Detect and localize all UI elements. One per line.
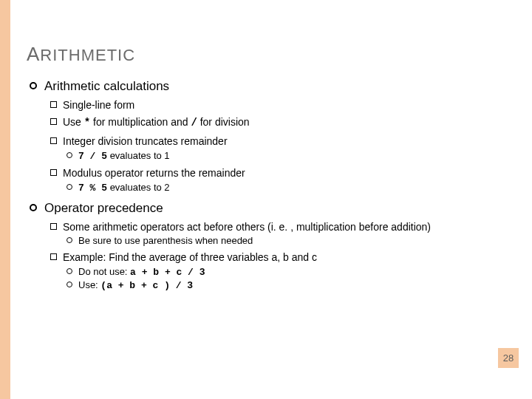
- content-list: Arithmetic calculations Single-line form…: [30, 79, 505, 291]
- list-item: 7 % 5 evaluates to 2: [78, 182, 170, 194]
- bullet-circle-small-icon: [66, 152, 72, 158]
- list-item: Some arithmetic operators act before oth…: [63, 220, 431, 234]
- bullet-circle-small-icon: [66, 237, 72, 243]
- bullet-circle-small-icon: [66, 282, 72, 287]
- list-item: Single-line form: [63, 98, 134, 112]
- list-item: Be sure to use parenthesis when needed: [78, 235, 253, 246]
- bullet-square-icon: [50, 101, 57, 108]
- bullet-square-icon: [50, 253, 57, 260]
- list-item: Modulus operator returns the remainder: [63, 166, 245, 180]
- bullet-square-icon: [50, 223, 57, 230]
- list-item: Integer division truncates remainder: [63, 134, 228, 149]
- section-heading: Operator precedence: [44, 201, 163, 216]
- list-item: Use: (a + b + c ) / 3: [78, 279, 193, 291]
- bullet-circle-icon: [30, 82, 37, 89]
- list-item: Use * for multiplication and / for divis…: [63, 115, 250, 130]
- title-rest: RITHMETIC: [40, 46, 135, 64]
- slide-content: ARITHMETIC Arithmetic calculations Singl…: [27, 43, 505, 299]
- section-heading: Arithmetic calculations: [44, 79, 169, 94]
- list-item: Do not use: a + b + c / 3: [78, 266, 205, 278]
- bullet-circle-small-icon: [66, 268, 72, 274]
- bullet-circle-icon: [30, 204, 37, 211]
- bullet-square-icon: [50, 118, 57, 125]
- accent-bar: [0, 0, 10, 399]
- page-number: 28: [498, 348, 519, 368]
- bullet-square-icon: [50, 137, 57, 144]
- title-first-letter: A: [27, 43, 40, 65]
- bullet-circle-small-icon: [66, 184, 72, 190]
- bullet-square-icon: [50, 169, 57, 176]
- list-item: Example: Find the average of three varia…: [63, 250, 317, 265]
- list-item: 7 / 5 evaluates to 1: [78, 150, 170, 162]
- page-title: ARITHMETIC: [27, 43, 505, 66]
